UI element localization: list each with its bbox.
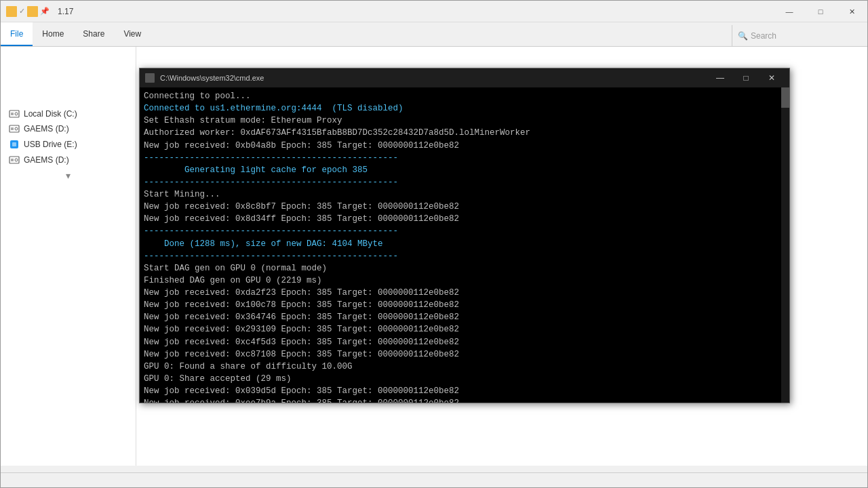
- search-box-area: 🔍 Search: [732, 25, 867, 47]
- cmd-line-1: Connected to us1.ethermine.org:4444 (TLS…: [144, 104, 403, 113]
- cmd-line-5: ----------------------------------------…: [144, 153, 398, 163]
- cmd-line-20: New job received: 0xc4f5d3 Epoch: 385 Ta…: [144, 338, 459, 347]
- cmd-line-3: Authorized worker: 0xdAF673AFf4315BfabB8…: [144, 128, 530, 138]
- cmd-line-0: Connecting to pool...: [144, 92, 251, 101]
- folder-icon-2: [27, 6, 38, 17]
- sidebar-item-local-disk[interactable]: Local Disk (C:): [1, 106, 136, 121]
- cmd-line-6: Generating light cache for epoch 385: [144, 165, 368, 175]
- cmd-titlebar: C:\Windows\system32\cmd.exe — □ ✕: [140, 68, 789, 87]
- cmd-window-controls: — □ ✕: [708, 70, 784, 85]
- search-icon: 🔍: [738, 31, 748, 41]
- scroll-down-arrow[interactable]: ▾: [1, 167, 136, 184]
- cmd-line-7: ----------------------------------------…: [144, 178, 398, 187]
- cmd-line-24: New job received: 0x039d5d Epoch: 385 Ta…: [144, 386, 459, 396]
- usb-drive-label: USB Drive (E:): [24, 140, 77, 149]
- cmd-line-25: New job received: 0xee7b9a Epoch: 385 Ta…: [144, 399, 459, 403]
- close-button[interactable]: ✕: [836, 1, 867, 22]
- tab-view[interactable]: View: [114, 22, 151, 46]
- svg-point-2: [15, 113, 18, 115]
- tab-file[interactable]: File: [1, 22, 33, 46]
- window-controls: — □ ✕: [774, 1, 867, 22]
- cmd-line-4: New job received: 0xb04a8b Epoch: 385 Ta…: [144, 141, 459, 150]
- cmd-icon: [145, 73, 155, 83]
- cmd-content-area: Connecting to pool... Connected to us1.e…: [140, 87, 789, 403]
- cmd-line-14: Start DAG gen on GPU 0 (normal mode): [144, 264, 327, 273]
- svg-rect-7: [12, 142, 16, 146]
- svg-rect-4: [11, 127, 14, 130]
- sidebar-item-gaems-d[interactable]: GAEMS (D:): [1, 121, 136, 136]
- cmd-line-11: ----------------------------------------…: [144, 226, 398, 236]
- cmd-maximize-button[interactable]: □: [734, 70, 758, 85]
- cmd-line-15: Finished DAG gen on GPU 0 (2219 ms): [144, 276, 322, 285]
- maximize-button[interactable]: □: [805, 1, 836, 22]
- cmd-line-13: ----------------------------------------…: [144, 251, 398, 261]
- titlebar-icons: ✓ 📌: [6, 6, 50, 17]
- sidebar-item-usb-drive[interactable]: USB Drive (E:): [1, 136, 136, 152]
- svg-rect-1: [11, 113, 14, 115]
- check-icon: ✓: [19, 7, 25, 16]
- local-disk-icon: [9, 109, 20, 119]
- tab-home[interactable]: Home: [33, 22, 73, 46]
- cmd-line-19: New job received: 0x293109 Epoch: 385 Ta…: [144, 325, 459, 334]
- cmd-output: Connecting to pool... Connected to us1.e…: [144, 90, 785, 403]
- minimize-button[interactable]: —: [774, 1, 805, 22]
- gaems-d-label: GAEMS (D:): [24, 124, 69, 134]
- cmd-line-17: New job received: 0x100c78 Epoch: 385 Ta…: [144, 300, 459, 310]
- cmd-close-button[interactable]: ✕: [760, 70, 784, 85]
- cmd-line-18: New job received: 0x364746 Epoch: 385 Ta…: [144, 312, 459, 322]
- cmd-line-8: Start Mining...: [144, 190, 220, 199]
- gaems-d2-label: GAEMS (D:): [24, 155, 69, 165]
- local-disk-label: Local Disk (C:): [24, 109, 77, 119]
- cmd-line-16: New job received: 0xda2f23 Epoch: 385 Ta…: [144, 288, 459, 298]
- cmd-title: C:\Windows\system32\cmd.exe: [160, 74, 703, 82]
- cmd-line-9: New job received: 0x8c8bf7 Epoch: 385 Ta…: [144, 202, 459, 211]
- tab-share[interactable]: Share: [73, 22, 114, 46]
- sidebar-item-gaems-d2[interactable]: GAEMS (D:): [1, 152, 136, 167]
- cmd-line-23: GPU 0: Share accepted (29 ms): [144, 374, 292, 384]
- cmd-line-10: New job received: 0x8d34ff Epoch: 385 Ta…: [144, 214, 459, 224]
- cmd-line-12: Done (1288 ms), size of new DAG: 4104 MB…: [144, 239, 383, 249]
- usb-drive-icon: [9, 139, 20, 150]
- cmd-line-21: New job received: 0xc87108 Epoch: 385 Ta…: [144, 350, 459, 359]
- svg-point-10: [15, 159, 18, 161]
- svg-point-5: [15, 127, 18, 130]
- cmd-scrollbar[interactable]: [781, 87, 789, 403]
- status-bar: [1, 472, 867, 487]
- file-explorer-titlebar: ✓ 📌 1.17 — □ ✕: [1, 1, 867, 22]
- sidebar: Local Disk (C:) GAEMS (D:) USB Drive (E:…: [1, 47, 136, 466]
- gaems-d2-icon: [9, 155, 20, 165]
- cmd-line-22: GPU 0: Found a share of difficulty 10.00…: [144, 362, 353, 371]
- cmd-scrollbar-thumb[interactable]: [781, 87, 789, 108]
- gaems-d-icon: [9, 124, 20, 134]
- cmd-minimize-button[interactable]: —: [708, 70, 732, 85]
- explorer-version: 1.17: [58, 7, 73, 16]
- folder-icon: [6, 6, 17, 17]
- ribbon: File Home Share View 🔍 Search: [1, 22, 867, 47]
- search-label[interactable]: Search: [751, 31, 776, 41]
- svg-rect-9: [11, 159, 14, 161]
- cmd-line-2: Set Ethash stratum mode: Ethereum Proxy: [144, 116, 342, 125]
- cmd-window: C:\Windows\system32\cmd.exe — □ ✕ Connec…: [139, 68, 790, 403]
- pin-icon: 📌: [40, 7, 50, 16]
